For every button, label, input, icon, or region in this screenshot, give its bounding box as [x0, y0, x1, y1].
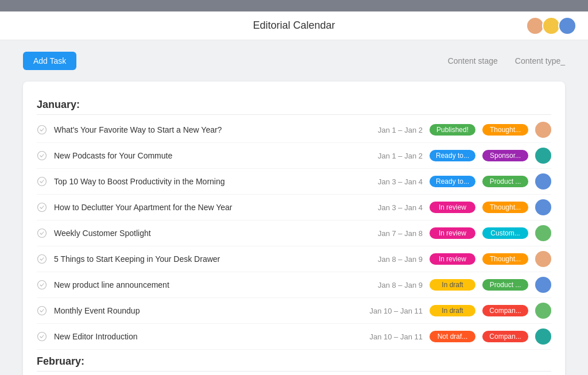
table-row[interactable]: How to Declutter Your Apartment for the … [37, 195, 551, 221]
task-name: Top 10 Way to Boost Productivity in the … [54, 177, 353, 186]
check-icon [37, 280, 47, 290]
task-dates: Jan 8 – Jan 9 [359, 255, 423, 264]
task-name: Monthly Event Roundup [54, 306, 353, 315]
avatar-3 [558, 17, 577, 35]
task-name: New Podcasts for Your Commute [54, 151, 353, 160]
avatar [535, 199, 551, 215]
task-dates: Jan 10 – Jan 11 [359, 307, 423, 315]
stage-badge[interactable]: In review [430, 253, 475, 265]
stage-badge[interactable]: In draft [430, 305, 475, 316]
stage-badge[interactable]: Ready to... [430, 176, 475, 187]
task-name: What's Your Favorite Way to Start a New … [54, 125, 353, 134]
check-icon [37, 331, 47, 342]
task-dates: Jan 7 – Jan 8 [359, 229, 423, 238]
stage-badge[interactable]: Ready to... [430, 150, 475, 161]
svg-point-2 [38, 177, 47, 186]
svg-point-5 [38, 255, 47, 264]
table-row[interactable]: Top 10 Way to Boost Productivity in the … [37, 169, 551, 195]
top-bar [0, 0, 588, 11]
table-row[interactable]: What's Your Favorite Way to Start a New … [37, 117, 551, 143]
svg-point-6 [38, 281, 47, 289]
stage-badge[interactable]: In review [430, 227, 475, 239]
check-icon [37, 150, 47, 161]
section-title-january: January: [37, 93, 551, 114]
table-row[interactable]: New Editor IntroductionJan 10 – Jan 11No… [37, 324, 551, 350]
table-row[interactable]: New Podcasts for Your CommuteJan 1 – Jan… [37, 143, 551, 169]
add-task-button[interactable]: Add Task [23, 52, 76, 70]
check-icon [37, 202, 47, 212]
task-dates: Jan 1 – Jan 2 [359, 152, 423, 160]
avatar [535, 251, 551, 267]
main-content: Add Task Content stage Content type_ Jan… [0, 40, 588, 375]
stage-badge[interactable]: In review [430, 202, 475, 213]
calendar-card: January: What's Your Favorite Way to Sta… [23, 82, 565, 375]
avatar [535, 122, 551, 138]
type-badge[interactable]: Compan... [482, 331, 528, 342]
filter-content-stage[interactable]: Content stage [448, 56, 498, 65]
check-icon [37, 228, 47, 238]
type-badge[interactable]: Compan... [482, 305, 528, 316]
table-row[interactable]: Weekly Customer SpotlightJan 7 – Jan 8In… [37, 221, 551, 246]
type-badge[interactable]: Product ... [482, 279, 528, 291]
toolbar: Add Task Content stage Content type_ [23, 52, 565, 70]
section-title-february: February: [37, 350, 551, 371]
filter-content-type[interactable]: Content type_ [515, 56, 565, 65]
type-badge[interactable]: Sponsor... [482, 150, 528, 161]
task-name: New Editor Introduction [54, 332, 353, 341]
type-badge[interactable]: Thought... [482, 124, 528, 136]
task-name: 5 Things to Start Keeping in Your Desk D… [54, 254, 353, 264]
task-name: How to Declutter Your Apartment for the … [54, 203, 353, 212]
toolbar-filters: Content stage Content type_ [448, 56, 565, 65]
section-divider-february [37, 371, 551, 372]
stage-badge[interactable]: Published! [430, 124, 475, 136]
task-dates: Jan 8 – Jan 9 [359, 281, 423, 289]
type-badge[interactable]: Custom... [482, 227, 528, 239]
stage-badge[interactable]: Not draf... [430, 331, 475, 342]
task-name: New product line announcement [54, 280, 353, 289]
header-avatars [528, 17, 577, 35]
task-dates: Jan 10 – Jan 11 [359, 333, 423, 341]
avatar [535, 225, 551, 241]
check-icon [37, 176, 47, 187]
task-dates: Jan 3 – Jan 4 [359, 203, 423, 212]
svg-point-4 [38, 229, 47, 238]
svg-point-3 [38, 203, 47, 212]
task-dates: Jan 1 – Jan 2 [359, 126, 423, 134]
svg-point-0 [38, 126, 47, 134]
avatar [535, 328, 551, 345]
type-badge[interactable]: Product ... [482, 176, 528, 187]
check-icon [37, 306, 47, 316]
page-title: Editorial Calendar [253, 20, 335, 32]
avatar [535, 148, 551, 164]
check-icon [37, 254, 47, 264]
svg-point-1 [38, 152, 47, 160]
section-divider-january [37, 114, 551, 115]
svg-point-7 [38, 307, 47, 315]
type-badge[interactable]: Thought... [482, 202, 528, 213]
avatar [535, 173, 551, 190]
table-row[interactable]: New product line announcementJan 8 – Jan… [37, 272, 551, 298]
table-row[interactable]: 5 Things to Start Keeping in Your Desk D… [37, 246, 551, 272]
task-dates: Jan 3 – Jan 4 [359, 177, 423, 186]
stage-badge[interactable]: In draft [430, 279, 475, 291]
svg-point-8 [38, 333, 47, 341]
avatar [535, 277, 551, 293]
type-badge[interactable]: Thought... [482, 253, 528, 265]
task-name: Weekly Customer Spotlight [54, 229, 353, 238]
check-icon [37, 125, 47, 135]
header: Editorial Calendar [0, 11, 588, 40]
avatar [535, 303, 551, 319]
table-row[interactable]: Monthly Event RoundupJan 10 – Jan 11In d… [37, 298, 551, 324]
